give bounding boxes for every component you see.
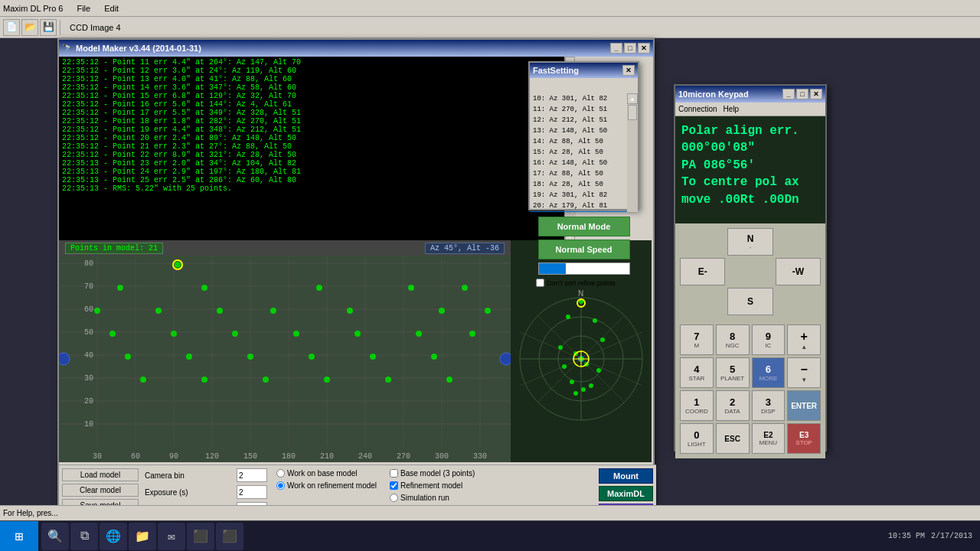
- clear-model-btn[interactable]: Clear model: [62, 484, 139, 497]
- num-6-btn[interactable]: 6MORE: [752, 357, 786, 388]
- fastsetting-list: 10: Az 301, Alt 8211: Az 270, Alt 5112: …: [530, 93, 630, 212]
- refinement-model-cb[interactable]: [390, 481, 398, 490]
- taskbar-icon-mail[interactable]: ✉: [158, 523, 185, 550]
- camera-bin-label: Camera bin: [145, 471, 185, 480]
- exposure-input[interactable]: [237, 485, 267, 499]
- svg-point-50: [439, 308, 445, 314]
- num-3-btn[interactable]: 3DISP: [752, 390, 786, 421]
- exposure-label: Exposure (s): [145, 488, 188, 497]
- keypad-maximize[interactable]: □: [796, 89, 808, 99]
- app-menubar: Maxim DL Pro 6 File Edit: [0, 0, 980, 17]
- num-2-btn[interactable]: 2DATA: [716, 390, 750, 421]
- taskbar-icon-search[interactable]: 🔍: [41, 523, 69, 550]
- fs-list-item[interactable]: 12: Az 212, Alt 51: [530, 115, 630, 126]
- nav-n-btn[interactable]: N ·: [727, 228, 773, 256]
- num-8-btn[interactable]: 8NGC: [716, 324, 750, 355]
- star-grid-svg: 10 20 30 40 50 60 70 80 30 60 90 120 150…: [59, 256, 511, 462]
- keypad-minimize[interactable]: _: [782, 89, 795, 99]
- num-e2-btn[interactable]: E2MENU: [752, 423, 786, 454]
- help-bar: For Help, pres...: [0, 505, 980, 520]
- fastsetting-close[interactable]: ✕: [622, 65, 635, 76]
- fs-list-item[interactable]: 20: Az 179, Alt 81: [530, 201, 630, 211]
- svg-point-57: [416, 331, 422, 337]
- nav-s-btn[interactable]: S: [727, 288, 773, 315]
- work-base-model-radio[interactable]: [276, 469, 285, 478]
- num-enter-btn[interactable]: ENTER: [787, 390, 821, 421]
- svg-text:70: 70: [84, 282, 93, 291]
- num-0-btn[interactable]: 0LIGHT: [680, 423, 714, 454]
- svg-text:330: 330: [473, 452, 487, 461]
- refinement-model-label: Refinement model: [400, 481, 462, 490]
- fs-scroll-thumb[interactable]: [628, 105, 637, 120]
- svg-text:60: 60: [131, 452, 140, 461]
- num-1-btn[interactable]: 1COORD: [680, 390, 714, 421]
- log-line: 22:35:13 - Point 25 err 2.5" at 286°: Az…: [62, 176, 561, 184]
- num-5-btn[interactable]: 5PLANET: [716, 357, 750, 388]
- fs-scroll-up[interactable]: ▲: [627, 93, 638, 104]
- svg-point-65: [140, 377, 146, 383]
- model-maker-minimize[interactable]: _: [610, 43, 622, 54]
- log-line: 22:35:13 - Point 24 err 2.9" at 197°: Az…: [62, 168, 561, 176]
- keypad-display-line: To centre pol ax: [681, 174, 819, 191]
- normal-mode-btn[interactable]: Normal Mode: [538, 217, 630, 236]
- load-model-btn[interactable]: Load model: [62, 468, 139, 481]
- taskbar-icon-explorer[interactable]: 📁: [129, 523, 156, 550]
- mount-btn[interactable]: Mount: [599, 468, 653, 484]
- num-9-btn[interactable]: 9IC: [752, 324, 786, 355]
- fs-list-item[interactable]: 14: Az 88, Alt 50: [530, 136, 630, 147]
- taskbar-icon-app2[interactable]: ⬛: [216, 523, 243, 550]
- keypad-menu-connection[interactable]: Connection: [678, 105, 717, 113]
- simulation-run-radio[interactable]: [390, 494, 398, 502]
- num-minus-btn[interactable]: −▼: [787, 357, 821, 388]
- num-7-btn[interactable]: 7M: [680, 324, 714, 355]
- fs-list-item[interactable]: 17: Az 88, Alt 50: [530, 168, 630, 179]
- start-button[interactable]: ⊞: [0, 521, 38, 552]
- fs-list-item[interactable]: 11: Az 270, Alt 51: [530, 104, 630, 115]
- num-esc-btn[interactable]: ESC: [716, 423, 750, 454]
- work-refinement-radio[interactable]: [276, 481, 285, 490]
- taskbar-icon-app1[interactable]: ⬛: [187, 523, 214, 550]
- toolbar-open[interactable]: 📂: [21, 19, 38, 36]
- log-line: 22:35:12 - Point 21 err 2.3" at 27°: Az …: [62, 142, 561, 151]
- model-maker-maximize[interactable]: □: [624, 43, 636, 54]
- fs-list-item[interactable]: 19: Az 301, Alt 82: [530, 190, 630, 201]
- svg-point-92: [570, 380, 574, 384]
- nav-w-btn[interactable]: -W: [776, 258, 821, 285]
- model-maker-title: Model Maker v3.44 (2014-01-31): [76, 44, 201, 53]
- base-model-3pts-cb[interactable]: [390, 469, 398, 478]
- menu-edit[interactable]: Edit: [98, 2, 125, 15]
- num-stop-btn[interactable]: E3STOP: [787, 423, 821, 454]
- maxim-btn[interactable]: MaximDL: [599, 486, 653, 501]
- num-4-btn[interactable]: 4STAR: [680, 357, 714, 388]
- taskbar-date: 2/17/2013: [931, 532, 972, 540]
- fs-list-item[interactable]: 18: Az 28, Alt 50: [530, 179, 630, 190]
- normal-speed-btn[interactable]: Normal Speed: [538, 240, 630, 259]
- keypad-close[interactable]: ✕: [810, 89, 822, 99]
- nav-e-btn[interactable]: E-: [680, 258, 725, 285]
- camera-bin-input[interactable]: [237, 468, 267, 482]
- keypad-display-line: PA 086°56': [681, 157, 819, 174]
- toolbar-save[interactable]: 💾: [40, 19, 57, 36]
- model-maker-controls: _ □ ✕: [610, 43, 650, 54]
- num-plus-btn[interactable]: +▲: [787, 324, 821, 355]
- fs-list-item[interactable]: 13: Az 148, Alt 50: [530, 126, 630, 136]
- fs-list-item[interactable]: 21: Az 60, Alt 80: [530, 211, 630, 212]
- menu-file[interactable]: File: [70, 2, 96, 15]
- log-line: 22:35:12 - Point 19 err 4.4" at 348°: Az…: [62, 126, 561, 134]
- taskbar-icon-browser[interactable]: 🌐: [100, 523, 127, 550]
- fs-list-item[interactable]: 16: Az 148, Alt 50: [530, 158, 630, 168]
- svg-point-63: [370, 354, 376, 360]
- taskbar-icon-taskview[interactable]: ⧉: [70, 523, 98, 550]
- fastsetting-scrollbar[interactable]: ▲ ▼: [627, 93, 638, 212]
- toolbar-new[interactable]: 📄: [3, 19, 20, 36]
- model-maker-close[interactable]: ✕: [638, 43, 650, 54]
- fs-list-item[interactable]: 10: Az 301, Alt 82: [530, 93, 630, 104]
- keypad-menu-help[interactable]: Help: [724, 105, 740, 113]
- svg-point-59: [125, 354, 131, 360]
- keypad-display: Polar align err.000°00'08"PA 086°56'To c…: [675, 116, 825, 223]
- fs-list-item[interactable]: 15: Az 28, Alt 50: [530, 147, 630, 158]
- dont-sort-refine-cb[interactable]: [536, 279, 544, 287]
- svg-text:30: 30: [93, 452, 102, 461]
- svg-text:80: 80: [84, 259, 93, 268]
- svg-text:60: 60: [84, 305, 93, 314]
